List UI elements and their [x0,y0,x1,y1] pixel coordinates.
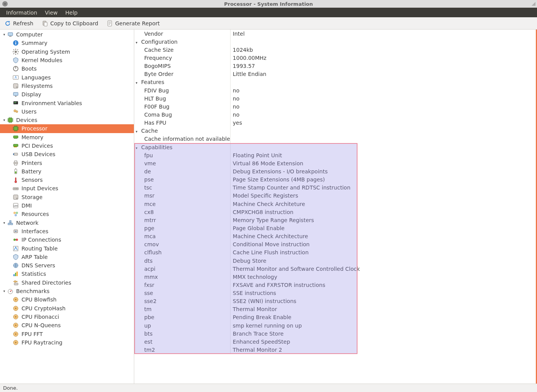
expander-icon[interactable]: ▾ [134,146,139,150]
sidebar-item-routing-table[interactable]: Routing Table [0,244,134,252]
expander-icon[interactable]: ▾ [2,33,7,36]
copy-button[interactable]: Copy to Clipboard [40,19,100,28]
sidebar-tree[interactable]: ▾ComputerSummaryOperating SystemKernel M… [0,30,134,384]
resize-grip-icon[interactable] [531,1,535,6]
sidebar-item-dmi[interactable]: DMIDMI [0,201,134,210]
detail-row[interactable]: dtsDebug Store [134,257,492,265]
detail-row[interactable]: mmxMMX technology [134,273,492,281]
detail-row[interactable]: sse2SSE2 (WNI) instructions [134,297,492,305]
sidebar-item-input-devices[interactable]: Input Devices [0,184,134,193]
detail-row[interactable]: HLT Bugno [134,94,492,102]
sidebar-item-display[interactable]: Display [0,90,134,99]
detail-row[interactable]: fxsrFXSAVE and FXRSTOR instructions [134,281,492,289]
sidebar-item-cpu-fibonacci[interactable]: CPU Fibonacci [0,313,134,321]
sidebar-item-cpu-cryptohash[interactable]: CPU CryptoHash [0,304,134,313]
content-scroll[interactable]: VendorIntel▾ConfigurationCache Size1024k… [134,30,537,384]
sidebar-item-label: Kernel Modules [21,57,63,63]
detail-row[interactable]: mcaMachine Check Architecture [134,232,492,240]
detail-row[interactable]: acpiThermal Monitor and Software Control… [134,265,492,273]
detail-row[interactable]: psePage Size Extensions (4MB pages) [134,176,492,184]
sidebar-item-fpu-raytracing[interactable]: FPU Raytracing [0,338,134,347]
sidebar-item-usb-devices[interactable]: USB Devices [0,150,134,158]
sidebar-item-cpu-blowfish[interactable]: CPU Blowfish [0,295,134,304]
detail-row[interactable]: Coma Bugno [134,110,492,119]
sidebar-group-benchmarks[interactable]: ▾Benchmarks [0,287,134,295]
detail-row[interactable]: FDIV Bugno [134,86,492,94]
detail-value: Debug Store [233,258,267,264]
sidebar-item-filesystems[interactable]: Filesystems [0,82,134,90]
detail-row[interactable]: mtrrMemory Type Range Registers [134,216,492,224]
refresh-button[interactable]: Refresh [2,19,36,28]
detail-value: Machine Check Architeture [233,201,305,207]
detail-row[interactable]: sseSSE instructions [134,289,492,297]
detail-row[interactable]: pgePage Global Enable [134,224,492,232]
expander-icon[interactable]: ▾ [134,81,139,85]
detail-section-features[interactable]: ▾Features [134,78,492,86]
sidebar-group-computer[interactable]: ▾Computer [0,30,134,39]
sidebar-item-dns-servers[interactable]: DNS Servers [0,261,134,270]
detail-row[interactable]: Frequency1000.00MHz [134,54,492,62]
sidebar-item-boots[interactable]: Boots [0,64,134,73]
sidebar-group-network[interactable]: ▾Network [0,219,134,227]
sidebar-item-interfaces[interactable]: Interfaces [0,227,134,236]
titlebar[interactable]: × Processor - System Information [0,0,537,8]
sidebar-group-devices[interactable]: ▾Devices [0,116,134,124]
detail-row[interactable]: Byte OrderLittle Endian [134,70,492,78]
detail-row[interactable]: vmeVirtual 86 Mode Extension [134,159,492,167]
sidebar-item-printers[interactable]: Printers [0,158,134,167]
sidebar-item-sensors[interactable]: Sensors [0,176,134,184]
sidebar-item-arp-table[interactable]: ARP Table [0,253,134,261]
detail-section-cache[interactable]: ▾Cache [134,127,492,135]
sidebar-item-cpu-n-queens[interactable]: CPU N-Queens [0,321,134,329]
sidebar-item-shared-directories[interactable]: Shared Directories [0,278,134,287]
sidebar-item-processor[interactable]: Processor [0,124,134,133]
detail-row[interactable]: mceMachine Check Architeture [134,200,492,208]
sidebar-item-kernel-modules[interactable]: Kernel Modules [0,56,134,64]
detail-row[interactable]: Cache Size1024kb [134,46,492,54]
menu-information[interactable]: Information [2,8,41,17]
detail-row[interactable]: clflushCache Line Flush instruction [134,249,492,257]
menu-help[interactable]: Help [61,8,81,17]
detail-row[interactable]: Cache information not available [134,135,492,143]
expander-icon[interactable]: ▾ [2,118,7,122]
expander-icon[interactable]: ▾ [134,41,139,44]
detail-row[interactable]: tscTime Stamp Counter and RDTSC instruct… [134,184,492,192]
sidebar-item-storage[interactable]: Storage [0,193,134,201]
detail-row[interactable]: tmThermal Monitor [134,305,492,313]
detail-row[interactable]: estEnhanced SpeedStep [134,338,492,346]
detail-row[interactable]: VendorIntel [134,30,492,38]
detail-row[interactable]: deDebug Extensions - I/O breakpoints [134,167,492,175]
detail-row[interactable]: cmovConditional Move instruction [134,240,492,249]
detail-row[interactable]: cx8CMPXCHG8 instruction [134,208,492,216]
sidebar-item-ip-connections[interactable]: IP Connections [0,236,134,244]
detail-section-configuration[interactable]: ▾Configuration [134,38,492,46]
sidebar-item-statistics[interactable]: Statistics [0,270,134,278]
sidebar-item-summary[interactable]: Summary [0,39,134,47]
sidebar-item-resources[interactable]: Resources [0,210,134,218]
expander-icon[interactable]: ▾ [134,130,139,133]
sidebar-item-battery[interactable]: Battery [0,167,134,176]
menu-view[interactable]: View [41,8,61,17]
sidebar-item-fpu-fft[interactable]: FPU FFT [0,329,134,338]
sidebar-item-languages[interactable]: ALanguages [0,73,134,81]
detail-row[interactable]: msrModel Specific Registers [134,192,492,200]
detail-row[interactable]: pbePending Break Enable [134,313,492,321]
detail-row[interactable]: fpuFloating Point Unit [134,151,492,159]
detail-row[interactable]: upsmp kernel running on up [134,321,492,329]
sidebar-item-operating-system[interactable]: Operating System [0,48,134,56]
report-button[interactable]: Generate Report [104,19,162,28]
sidebar-item-environment-variables[interactable]: Environment Variables [0,99,134,107]
detail-row[interactable]: BogoMIPS1993.57 [134,62,492,70]
detail-row[interactable]: tm2Thermal Monitor 2 [134,346,492,354]
expander-icon[interactable]: ▾ [2,289,7,293]
detail-row[interactable]: btsBranch Trace Store [134,329,492,338]
expander-icon[interactable]: ▾ [2,221,7,225]
detail-row[interactable]: Has FPUyes [134,119,492,127]
sidebar-item-memory[interactable]: Memory [0,133,134,142]
detail-section-capabilities[interactable]: ▾Capabilities [134,143,492,151]
sidebar-item-users[interactable]: Users [0,107,134,116]
detail-row[interactable]: F00F Bugno [134,102,492,110]
sidebar-item-pci-devices[interactable]: PCI Devices [0,142,134,150]
sidebar-item-label: Interfaces [21,228,48,234]
detail-value: Branch Trace Store [233,331,283,337]
